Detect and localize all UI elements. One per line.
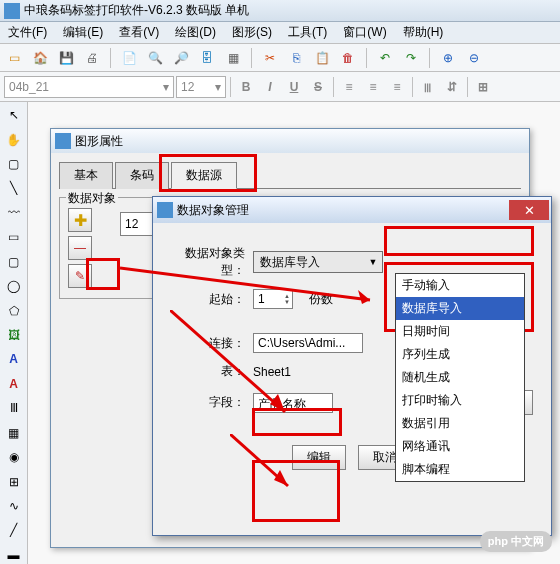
tab-barcode[interactable]: 条码 <box>115 162 169 189</box>
paste-icon[interactable]: 📋 <box>312 48 332 68</box>
db-icon[interactable]: 🗄 <box>197 48 217 68</box>
curve-icon[interactable]: 〰 <box>4 204 24 222</box>
zoomin-icon[interactable]: ⊕ <box>438 48 458 68</box>
option-db[interactable]: 数据库导入 <box>396 297 524 320</box>
barcode1d-icon[interactable]: Ⅲ <box>4 399 24 417</box>
menu-tool[interactable]: 工具(T) <box>284 22 331 43</box>
strike-icon[interactable]: S <box>307 76 329 98</box>
ellipse-icon[interactable]: ◯ <box>4 277 24 295</box>
tab-datasource[interactable]: 数据源 <box>171 162 237 189</box>
delete-icon[interactable]: 🗑 <box>338 48 358 68</box>
richtext-icon[interactable]: A <box>4 375 24 393</box>
start-label: 起始： <box>165 291 245 308</box>
menu-window[interactable]: 窗口(W) <box>339 22 390 43</box>
copy-icon[interactable]: ⎘ <box>286 48 306 68</box>
add-button[interactable]: ✚ <box>68 208 92 232</box>
font-size-combo[interactable]: 12▾ <box>176 76 226 98</box>
option-manual[interactable]: 手动输入 <box>396 274 524 297</box>
rect-icon[interactable]: ▭ <box>4 228 24 246</box>
data-object-manage-dialog: 数据对象管理 ✕ 数据对象类型： 数据库导入 ▼ 起始： 1 ▲▼ 份数 1 ▲… <box>152 196 552 536</box>
zoomout-icon[interactable]: ⊖ <box>464 48 484 68</box>
watermark: php 中文网 <box>480 531 552 552</box>
text-icon[interactable]: A <box>4 350 24 368</box>
option-seq[interactable]: 序列生成 <box>396 343 524 366</box>
type-label: 数据对象类型： <box>165 245 245 279</box>
chevron-down-icon: ▼ <box>366 255 380 269</box>
ruler-icon[interactable]: 🔎 <box>171 48 191 68</box>
start-spinner[interactable]: 1 ▲▼ <box>253 289 293 309</box>
app-title: 中琅条码标签打印软件-V6.2.3 数码版 单机 <box>24 2 249 19</box>
menu-graph[interactable]: 图形(S) <box>228 22 276 43</box>
image-icon[interactable]: 🖼 <box>4 326 24 344</box>
italic-icon[interactable]: I <box>259 76 281 98</box>
grid-icon[interactable]: ▦ <box>223 48 243 68</box>
manage-dialog-titlebar[interactable]: 数据对象管理 ✕ <box>153 197 551 223</box>
align-right-icon[interactable]: ≡ <box>386 76 408 98</box>
option-random[interactable]: 随机生成 <box>396 366 524 389</box>
tab-basic[interactable]: 基本 <box>59 162 113 189</box>
format-toolbar: 04b_21▾ 12▾ B I U S ≡ ≡ ≡ ⫼ ⇵ ⊞ <box>0 72 560 102</box>
edit-button[interactable]: 编辑 <box>292 445 346 470</box>
app-icon <box>4 3 20 19</box>
open-icon[interactable]: 🏠 <box>30 48 50 68</box>
menu-edit[interactable]: 编辑(E) <box>59 22 107 43</box>
properties-dialog-title[interactable]: 图形属性 <box>51 129 529 153</box>
connection-label: 连接： <box>165 335 245 352</box>
connection-field[interactable]: C:\Users\Admi... <box>253 333 363 353</box>
zoom-icon[interactable]: 🔍 <box>145 48 165 68</box>
option-ref[interactable]: 数据引用 <box>396 412 524 435</box>
option-net[interactable]: 网络通讯 <box>396 435 524 458</box>
print-icon[interactable]: 🖨 <box>82 48 102 68</box>
underline-icon[interactable]: U <box>283 76 305 98</box>
spacing-icon[interactable]: ⇵ <box>441 76 463 98</box>
side-toolbox: ↖ ✋ ▢ ╲ 〰 ▭ ▢ ◯ ⬠ 🖼 A A Ⅲ ▦ ◉ ⊞ ∿ ╱ ▬ <box>0 102 28 564</box>
table-label: 表： <box>165 363 245 380</box>
text-small-icon[interactable]: ▢ <box>4 155 24 173</box>
align-left-icon[interactable]: ≡ <box>338 76 360 98</box>
remove-button[interactable]: — <box>68 236 92 260</box>
polygon-icon[interactable]: ⬠ <box>4 301 24 319</box>
valign-icon[interactable]: ⫼ <box>417 76 439 98</box>
field-input[interactable]: 产品名称 <box>253 393 333 413</box>
new-icon[interactable]: ▭ <box>4 48 24 68</box>
font-color-icon[interactable]: ⊞ <box>472 76 494 98</box>
option-script[interactable]: 脚本编程 <box>396 458 524 481</box>
redo-icon[interactable]: ↷ <box>401 48 421 68</box>
path-icon[interactable]: ╱ <box>4 521 24 539</box>
group-label: 数据对象 <box>66 190 118 207</box>
line-icon[interactable]: ╲ <box>4 179 24 197</box>
dialog-icon <box>55 133 71 149</box>
option-printtime[interactable]: 打印时输入 <box>396 389 524 412</box>
close-button[interactable]: ✕ <box>509 200 549 220</box>
field-label: 字段： <box>165 394 245 411</box>
doc-settings-icon[interactable]: 📄 <box>119 48 139 68</box>
pointer-icon[interactable]: ↖ <box>4 106 24 124</box>
title-bar: 中琅条码标签打印软件-V6.2.3 数码版 单机 <box>0 0 560 22</box>
undo-icon[interactable]: ↶ <box>375 48 395 68</box>
font-name-combo[interactable]: 04b_21▾ <box>4 76 174 98</box>
table-icon[interactable]: ⊞ <box>4 472 24 490</box>
properties-tabs: 基本 条码 数据源 <box>59 161 521 189</box>
barcode2d-icon[interactable]: ▦ <box>4 423 24 441</box>
cut-icon[interactable]: ✂ <box>260 48 280 68</box>
menu-bar: 文件(F) 编辑(E) 查看(V) 绘图(D) 图形(S) 工具(T) 窗口(W… <box>0 22 560 44</box>
circle-text-icon[interactable]: ◉ <box>4 448 24 466</box>
menu-file[interactable]: 文件(F) <box>4 22 51 43</box>
type-dropdown: 手动输入 数据库导入 日期时间 序列生成 随机生成 打印时输入 数据引用 网络通… <box>395 273 525 482</box>
fill-icon[interactable]: ▬ <box>4 546 24 564</box>
save-icon[interactable]: 💾 <box>56 48 76 68</box>
menu-draw[interactable]: 绘图(D) <box>171 22 220 43</box>
menu-view[interactable]: 查看(V) <box>115 22 163 43</box>
align-center-icon[interactable]: ≡ <box>362 76 384 98</box>
bezier-icon[interactable]: ∿ <box>4 497 24 515</box>
table-value: Sheet1 <box>253 365 291 379</box>
hand-icon[interactable]: ✋ <box>4 130 24 148</box>
option-date[interactable]: 日期时间 <box>396 320 524 343</box>
edit-icon-button[interactable]: ✎ <box>68 264 92 288</box>
dialog-icon <box>157 202 173 218</box>
copies-label: 份数 <box>293 291 333 308</box>
bold-icon[interactable]: B <box>235 76 257 98</box>
type-combo[interactable]: 数据库导入 ▼ <box>253 251 383 273</box>
menu-help[interactable]: 帮助(H) <box>399 22 448 43</box>
round-rect-icon[interactable]: ▢ <box>4 253 24 271</box>
